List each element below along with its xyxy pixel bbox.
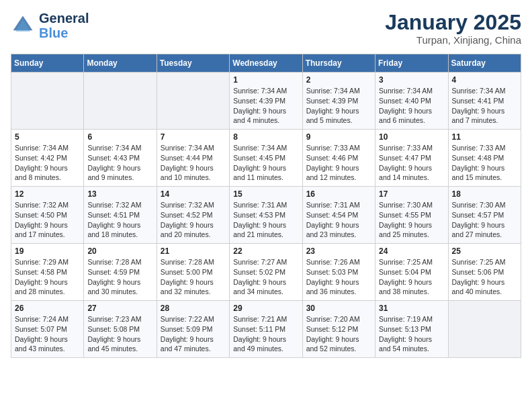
day-number: 7	[161, 132, 226, 142]
calendar-header-row: SundayMondayTuesdayWednesdayThursdayFrid…	[11, 54, 521, 73]
day-number: 10	[379, 132, 444, 142]
day-info: Sunrise: 7:33 AMSunset: 4:48 PMDaylight:…	[452, 143, 517, 183]
calendar-cell: 14Sunrise: 7:32 AMSunset: 4:52 PMDayligh…	[157, 187, 229, 244]
calendar-cell: 31Sunrise: 7:19 AMSunset: 5:13 PMDayligh…	[375, 301, 448, 358]
col-header-monday: Monday	[84, 54, 157, 73]
week-row-5: 26Sunrise: 7:24 AMSunset: 5:07 PMDayligh…	[11, 301, 521, 358]
calendar-cell: 1Sunrise: 7:34 AMSunset: 4:39 PMDaylight…	[230, 73, 302, 130]
day-number: 27	[87, 304, 152, 313]
calendar-title: January 2025	[385, 11, 521, 34]
day-info: Sunrise: 7:24 AMSunset: 5:07 PMDaylight:…	[15, 314, 80, 354]
calendar-cell: 23Sunrise: 7:26 AMSunset: 5:03 PMDayligh…	[302, 244, 375, 301]
day-info: Sunrise: 7:28 AMSunset: 5:00 PMDaylight:…	[161, 257, 226, 297]
day-number: 15	[233, 189, 298, 199]
day-number: 16	[306, 189, 371, 199]
calendar-cell	[11, 73, 84, 130]
day-number: 17	[379, 189, 444, 199]
logo-text: General Blue	[39, 11, 89, 40]
day-info: Sunrise: 7:32 AMSunset: 4:50 PMDaylight:…	[15, 200, 80, 240]
calendar-cell	[448, 301, 521, 358]
calendar-cell: 6Sunrise: 7:34 AMSunset: 4:43 PMDaylight…	[84, 130, 157, 187]
week-row-1: 1Sunrise: 7:34 AMSunset: 4:39 PMDaylight…	[11, 73, 521, 130]
col-header-friday: Friday	[375, 54, 448, 73]
col-header-wednesday: Wednesday	[230, 54, 302, 73]
calendar-cell: 9Sunrise: 7:33 AMSunset: 4:46 PMDaylight…	[302, 130, 375, 187]
calendar-cell: 16Sunrise: 7:31 AMSunset: 4:54 PMDayligh…	[302, 187, 375, 244]
day-info: Sunrise: 7:32 AMSunset: 4:52 PMDaylight:…	[161, 200, 226, 240]
day-info: Sunrise: 7:33 AMSunset: 4:47 PMDaylight:…	[379, 143, 444, 183]
calendar-cell: 26Sunrise: 7:24 AMSunset: 5:07 PMDayligh…	[11, 301, 84, 358]
calendar-table: SundayMondayTuesdayWednesdayThursdayFrid…	[11, 54, 521, 358]
calendar-cell: 4Sunrise: 7:34 AMSunset: 4:41 PMDaylight…	[448, 73, 521, 130]
day-info: Sunrise: 7:19 AMSunset: 5:13 PMDaylight:…	[379, 314, 444, 354]
day-info: Sunrise: 7:34 AMSunset: 4:39 PMDaylight:…	[233, 86, 298, 126]
calendar-cell: 24Sunrise: 7:25 AMSunset: 5:04 PMDayligh…	[375, 244, 448, 301]
day-info: Sunrise: 7:29 AMSunset: 4:58 PMDaylight:…	[15, 257, 80, 297]
week-row-2: 5Sunrise: 7:34 AMSunset: 4:42 PMDaylight…	[11, 130, 521, 187]
calendar-cell: 10Sunrise: 7:33 AMSunset: 4:47 PMDayligh…	[375, 130, 448, 187]
day-number: 18	[452, 189, 517, 199]
calendar-cell: 21Sunrise: 7:28 AMSunset: 5:00 PMDayligh…	[157, 244, 229, 301]
day-number: 8	[233, 132, 298, 142]
calendar-cell	[157, 73, 229, 130]
calendar-cell: 8Sunrise: 7:34 AMSunset: 4:45 PMDaylight…	[230, 130, 302, 187]
day-info: Sunrise: 7:22 AMSunset: 5:09 PMDaylight:…	[161, 314, 226, 354]
calendar-cell: 22Sunrise: 7:27 AMSunset: 5:02 PMDayligh…	[230, 244, 302, 301]
day-info: Sunrise: 7:34 AMSunset: 4:39 PMDaylight:…	[306, 86, 371, 126]
title-block: January 2025 Turpan, Xinjiang, China	[385, 11, 521, 46]
day-number: 30	[306, 304, 371, 313]
week-row-4: 19Sunrise: 7:29 AMSunset: 4:58 PMDayligh…	[11, 244, 521, 301]
calendar-cell: 19Sunrise: 7:29 AMSunset: 4:58 PMDayligh…	[11, 244, 84, 301]
day-number: 21	[161, 246, 226, 256]
calendar-cell: 3Sunrise: 7:34 AMSunset: 4:40 PMDaylight…	[375, 73, 448, 130]
day-number: 19	[15, 246, 80, 256]
day-info: Sunrise: 7:34 AMSunset: 4:43 PMDaylight:…	[87, 143, 152, 183]
calendar-cell: 30Sunrise: 7:20 AMSunset: 5:12 PMDayligh…	[302, 301, 375, 358]
day-info: Sunrise: 7:31 AMSunset: 4:53 PMDaylight:…	[233, 200, 298, 240]
day-info: Sunrise: 7:31 AMSunset: 4:54 PMDaylight:…	[306, 200, 371, 240]
day-info: Sunrise: 7:34 AMSunset: 4:40 PMDaylight:…	[379, 86, 444, 126]
day-number: 31	[379, 304, 444, 313]
day-number: 13	[87, 189, 152, 199]
day-number: 12	[15, 189, 80, 199]
day-info: Sunrise: 7:27 AMSunset: 5:02 PMDaylight:…	[233, 257, 298, 297]
logo-icon	[11, 13, 35, 38]
day-number: 29	[233, 304, 298, 313]
day-number: 11	[452, 132, 517, 142]
calendar-cell: 7Sunrise: 7:34 AMSunset: 4:44 PMDaylight…	[157, 130, 229, 187]
day-number: 3	[379, 75, 444, 85]
day-number: 4	[452, 75, 517, 85]
calendar-cell: 18Sunrise: 7:30 AMSunset: 4:57 PMDayligh…	[448, 187, 521, 244]
day-info: Sunrise: 7:30 AMSunset: 4:55 PMDaylight:…	[379, 200, 444, 240]
calendar-cell: 13Sunrise: 7:32 AMSunset: 4:51 PMDayligh…	[84, 187, 157, 244]
day-number: 9	[306, 132, 371, 142]
calendar-cell	[84, 73, 157, 130]
day-info: Sunrise: 7:34 AMSunset: 4:42 PMDaylight:…	[15, 143, 80, 183]
day-info: Sunrise: 7:34 AMSunset: 4:45 PMDaylight:…	[233, 143, 298, 183]
day-number: 5	[15, 132, 80, 142]
day-info: Sunrise: 7:34 AMSunset: 4:41 PMDaylight:…	[452, 86, 517, 126]
day-info: Sunrise: 7:33 AMSunset: 4:46 PMDaylight:…	[306, 143, 371, 183]
day-info: Sunrise: 7:23 AMSunset: 5:08 PMDaylight:…	[87, 314, 152, 354]
day-info: Sunrise: 7:32 AMSunset: 4:51 PMDaylight:…	[87, 200, 152, 240]
day-info: Sunrise: 7:21 AMSunset: 5:11 PMDaylight:…	[233, 314, 298, 354]
day-number: 23	[306, 246, 371, 256]
page-header: General Blue January 2025 Turpan, Xinjia…	[11, 11, 521, 46]
day-number: 2	[306, 75, 371, 85]
day-number: 14	[161, 189, 226, 199]
col-header-saturday: Saturday	[448, 54, 521, 73]
day-info: Sunrise: 7:30 AMSunset: 4:57 PMDaylight:…	[452, 200, 517, 240]
day-number: 28	[161, 304, 226, 313]
calendar-subtitle: Turpan, Xinjiang, China	[385, 34, 521, 46]
day-info: Sunrise: 7:25 AMSunset: 5:04 PMDaylight:…	[379, 257, 444, 297]
calendar-cell: 25Sunrise: 7:25 AMSunset: 5:06 PMDayligh…	[448, 244, 521, 301]
calendar-cell: 15Sunrise: 7:31 AMSunset: 4:53 PMDayligh…	[230, 187, 302, 244]
day-number: 26	[15, 304, 80, 313]
calendar-cell: 12Sunrise: 7:32 AMSunset: 4:50 PMDayligh…	[11, 187, 84, 244]
day-number: 6	[87, 132, 152, 142]
day-info: Sunrise: 7:34 AMSunset: 4:44 PMDaylight:…	[161, 143, 226, 183]
week-row-3: 12Sunrise: 7:32 AMSunset: 4:50 PMDayligh…	[11, 187, 521, 244]
calendar-cell: 28Sunrise: 7:22 AMSunset: 5:09 PMDayligh…	[157, 301, 229, 358]
day-number: 25	[452, 246, 517, 256]
col-header-thursday: Thursday	[302, 54, 375, 73]
